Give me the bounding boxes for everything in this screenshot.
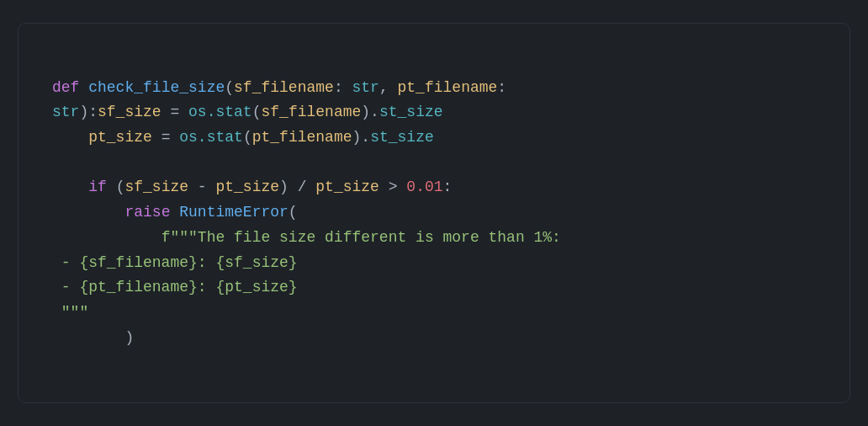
call1: ( [252, 104, 262, 120]
colon2: : [497, 79, 506, 96]
expr-close: ) / [279, 178, 315, 195]
gt: > [379, 178, 406, 195]
keyword-def: def [52, 79, 88, 96]
call2: ( [243, 129, 252, 146]
indent6 [52, 329, 124, 346]
type-str1: str [352, 79, 379, 96]
indent3 [52, 178, 88, 195]
fstring-end: """ [52, 304, 88, 321]
colon3: : [443, 178, 453, 195]
type-str2: str [52, 104, 79, 120]
fstring-start: f"""The file size different is more than… [161, 229, 561, 246]
fstring-line2: - {pt_filename}: {pt_size} [52, 279, 298, 296]
exception-runtimeerror: RuntimeError [179, 204, 288, 221]
fstring-line1: - {sf_filename}: {sf_size} [52, 254, 298, 271]
minus: - [188, 178, 215, 195]
code-container: def check_file_size(sf_filename: str, pt… [18, 23, 850, 403]
function-name: check_file_size [88, 79, 225, 96]
raise-open: ( [288, 204, 298, 221]
sf-filename-ref1: sf_filename [261, 104, 361, 120]
os-stat-2: os.stat [179, 129, 243, 146]
indent2 [52, 129, 88, 146]
call1-close: ). [361, 104, 379, 120]
colon1: : [334, 79, 352, 96]
pt-size-ref1: pt_size [215, 178, 279, 195]
comma1: , [379, 79, 398, 96]
keyword-if: if [88, 178, 115, 195]
paren-open: ( [225, 79, 234, 96]
keyword-raise: raise [124, 204, 179, 221]
raise-close: ) [124, 329, 134, 346]
param-pt: pt_filename [398, 79, 498, 96]
pt-filename-ref1: pt_filename [252, 129, 352, 146]
pt-size-ref2: pt_size [315, 178, 379, 195]
st-size-1: st_size [379, 104, 443, 120]
code-block: def check_file_size(sf_filename: str, pt… [52, 51, 816, 375]
sf-size-ref1: sf_size [124, 178, 188, 195]
paren-close: ): [79, 104, 98, 120]
st-size-2: st_size [370, 129, 434, 146]
param-sf: sf_filename [234, 79, 334, 96]
os-stat-1: os.stat [188, 104, 252, 120]
call2-close: ). [352, 129, 371, 146]
eq2: = [152, 129, 179, 146]
var-sf-size: sf_size [98, 104, 161, 120]
var-pt-size: pt_size [88, 129, 152, 146]
indent5 [52, 229, 161, 246]
expr-open: ( [116, 178, 125, 195]
indent4 [52, 204, 124, 221]
eq1: = [161, 104, 188, 120]
number-001: 0.01 [406, 178, 442, 195]
